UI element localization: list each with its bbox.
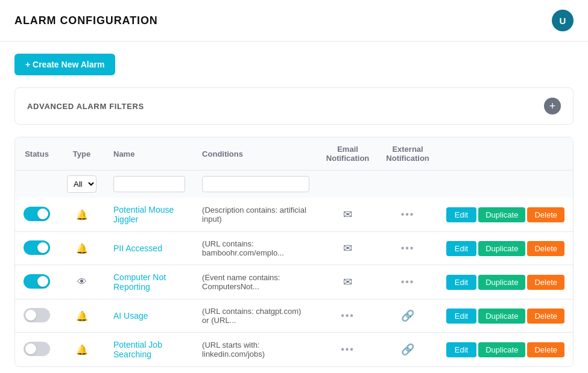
filter-email-cell <box>318 171 378 198</box>
external-dots-icon: ••• <box>401 243 415 253</box>
name-filter-input[interactable] <box>113 176 185 192</box>
edit-button-5[interactable]: Edit <box>446 342 476 357</box>
table-row: 🔔AI Usage(URL contains: chatgpt.com) or … <box>15 299 573 333</box>
filters-section: ADVANCED ALARM FILTERS + <box>14 87 574 125</box>
status-cell-4 <box>15 299 58 333</box>
email-cell-2: ✉ <box>318 232 378 265</box>
col-name: Name <box>105 137 194 171</box>
type-cell-3: 👁 <box>58 265 105 299</box>
duplicate-button-4[interactable]: Duplicate <box>478 309 525 324</box>
page-title: ALARM CONFIGURATION <box>14 14 158 27</box>
status-cell-5 <box>15 333 58 367</box>
col-type: Type <box>58 137 105 171</box>
main-content: + Create New Alarm ADVANCED ALARM FILTER… <box>0 42 588 373</box>
edit-button-1[interactable]: Edit <box>446 207 476 222</box>
email-icon: ✉ <box>343 276 352 288</box>
alarm-name-link-3[interactable]: Computer Not Reporting <box>113 272 166 292</box>
delete-button-4[interactable]: Delete <box>527 309 564 324</box>
duplicate-button-1[interactable]: Duplicate <box>478 207 525 222</box>
conditions-cell-2: (URL contains: bamboohr.com/emplo... <box>194 232 318 265</box>
toggle-switch-3[interactable] <box>24 274 50 289</box>
col-actions <box>438 137 573 171</box>
delete-button-5[interactable]: Delete <box>527 342 564 357</box>
table-row: 🔔PII Accessed(URL contains: bamboohr.com… <box>15 232 573 265</box>
col-external: ExternalNotification <box>378 137 438 171</box>
email-cell-4: ••• <box>318 299 378 333</box>
actions-cell-5: EditDuplicateDelete <box>438 333 573 367</box>
conditions-cell-4: (URL contains: chatgpt.com) or (URL... <box>194 299 318 333</box>
filters-toggle-button[interactable]: + <box>544 98 561 114</box>
alarm-table: Status Type Name Conditions EmailNotific… <box>15 137 573 366</box>
delete-button-3[interactable]: Delete <box>527 275 564 290</box>
external-dots-icon: ••• <box>401 277 415 287</box>
duplicate-button-2[interactable]: Duplicate <box>478 241 525 256</box>
alarm-name-link-2[interactable]: PII Accessed <box>113 243 162 253</box>
edit-button-3[interactable]: Edit <box>446 275 476 290</box>
avatar: U <box>552 10 574 31</box>
conditions-filter-input[interactable] <box>202 176 309 192</box>
conditions-cell-3: (Event name contains: ComputersNot... <box>194 265 318 299</box>
page-header: ALARM CONFIGURATION U <box>0 0 588 42</box>
bell-icon: 🔔 <box>76 344 88 356</box>
toggle-switch-5[interactable] <box>24 342 50 356</box>
filters-title: ADVANCED ALARM FILTERS <box>27 102 144 111</box>
alarm-name-link-4[interactable]: AI Usage <box>113 311 148 321</box>
toggle-slider-5 <box>24 342 50 356</box>
bell-icon: 🔔 <box>76 243 88 254</box>
email-icon: ✉ <box>343 242 352 254</box>
external-cell-3: ••• <box>378 265 438 299</box>
toggle-switch-4[interactable] <box>24 308 50 322</box>
actions-cell-1: EditDuplicateDelete <box>438 198 573 232</box>
conditions-cell-1: (Description contains: artificial input) <box>194 198 318 232</box>
actions-cell-3: EditDuplicateDelete <box>438 265 573 299</box>
external-cell-2: ••• <box>378 232 438 265</box>
toggle-slider-1 <box>24 207 50 221</box>
external-link-icon: 🔗 <box>401 343 414 356</box>
name-cell-3: Computer Not Reporting <box>105 265 194 299</box>
duplicate-button-5[interactable]: Duplicate <box>478 342 525 357</box>
status-cell-2 <box>15 232 58 265</box>
filter-conditions-cell <box>194 171 318 198</box>
delete-button-2[interactable]: Delete <box>527 241 564 256</box>
actions-cell-4: EditDuplicateDelete <box>438 299 573 333</box>
table-row: 👁Computer Not Reporting(Event name conta… <box>15 265 573 299</box>
edit-button-2[interactable]: Edit <box>446 241 476 256</box>
filters-plus-icon: + <box>549 101 556 111</box>
toggle-switch-1[interactable] <box>24 207 50 221</box>
toggle-slider-4 <box>24 308 50 322</box>
edit-button-4[interactable]: Edit <box>446 309 476 324</box>
external-cell-4: 🔗 <box>378 299 438 333</box>
actions-cell-2: EditDuplicateDelete <box>438 232 573 265</box>
external-dots-icon: ••• <box>401 209 415 219</box>
table-row: 🔔Potential Job Searching(URL starts with… <box>15 333 573 367</box>
duplicate-button-3[interactable]: Duplicate <box>478 275 525 290</box>
filter-external-cell <box>378 171 438 198</box>
col-status: Status <box>15 137 58 171</box>
name-cell-1: Potential Mouse Jiggler <box>105 198 194 232</box>
conditions-cell-5: (URL starts with: linkedin.com/jobs) <box>194 333 318 367</box>
filter-status-cell <box>15 171 58 198</box>
create-alarm-button[interactable]: + Create New Alarm <box>14 54 115 75</box>
toggle-switch-2[interactable] <box>24 240 50 255</box>
alarm-name-link-5[interactable]: Potential Job Searching <box>113 340 162 359</box>
toggle-slider-3 <box>24 274 50 289</box>
type-cell-2: 🔔 <box>58 232 105 265</box>
email-cell-5: ••• <box>318 333 378 367</box>
filters-header: ADVANCED ALARM FILTERS + <box>15 88 573 124</box>
col-conditions: Conditions <box>194 137 318 171</box>
delete-button-1[interactable]: Delete <box>527 207 564 222</box>
email-dots-icon: ••• <box>341 310 355 321</box>
external-cell-1: ••• <box>378 198 438 232</box>
type-cell-5: 🔔 <box>58 333 105 367</box>
alarm-name-link-1[interactable]: Potential Mouse Jiggler <box>113 205 174 224</box>
type-cell-1: 🔔 <box>58 198 105 232</box>
status-cell-3 <box>15 265 58 299</box>
external-link-icon: 🔗 <box>401 310 414 322</box>
email-cell-1: ✉ <box>318 198 378 232</box>
filter-row: All <box>15 171 573 198</box>
name-cell-4: AI Usage <box>105 299 194 333</box>
eye-icon: 👁 <box>77 277 87 287</box>
type-filter-select[interactable]: All <box>67 175 96 193</box>
filter-actions-cell <box>438 171 573 198</box>
alarm-table-body: 🔔Potential Mouse Jiggler(Description con… <box>15 198 573 366</box>
